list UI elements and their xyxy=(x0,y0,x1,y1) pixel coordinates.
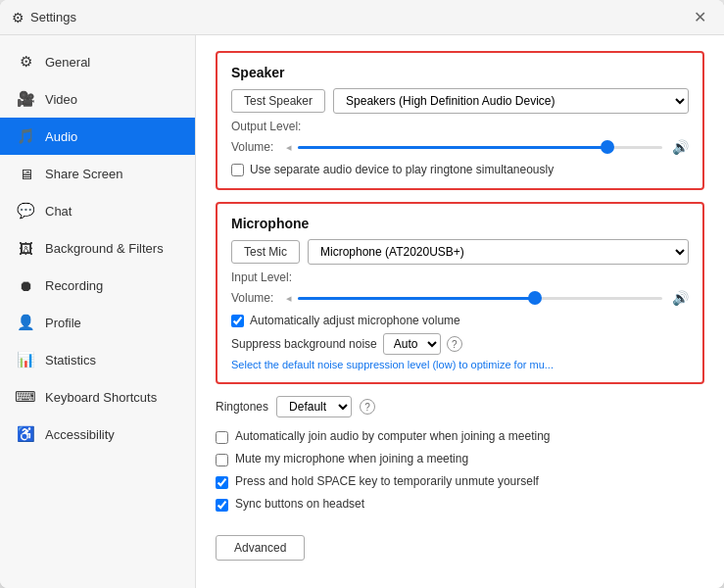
auto-adjust-checkbox[interactable] xyxy=(231,315,244,327)
microphone-section: Microphone Test Mic Microphone (AT2020US… xyxy=(216,202,704,384)
ringtone-row: Ringtones Default ? xyxy=(216,396,704,417)
mic-title: Microphone xyxy=(231,216,689,231)
speaker-volume-label: Volume: xyxy=(231,140,280,154)
sidebar-item-share-screen[interactable]: 🖥 Share Screen xyxy=(0,155,195,192)
output-level-label: Output Level: xyxy=(231,120,301,133)
mic-volume-row: Volume: ◂ 🔊 xyxy=(231,290,689,306)
suppress-label: Suppress background noise xyxy=(231,337,377,351)
sidebar-item-audio[interactable]: 🎵 Audio xyxy=(0,118,195,155)
sidebar-item-general[interactable]: ⚙ General xyxy=(0,43,195,80)
sidebar-label-background: Background & Filters xyxy=(45,241,164,256)
separate-audio-row: Use separate audio device to play ringto… xyxy=(231,163,689,176)
advanced-button[interactable]: Advanced xyxy=(216,535,305,561)
option-auto-join: Automatically join audio by computer whe… xyxy=(216,429,704,444)
mic-device-row: Test Mic Microphone (AT2020USB+) xyxy=(231,239,689,265)
auto-adjust-row: Automatically adjust microphone volume xyxy=(231,314,689,327)
mute-join-label: Mute my microphone when joining a meetin… xyxy=(235,452,468,466)
recording-icon: ⏺ xyxy=(16,275,35,295)
accessibility-icon: ♿ xyxy=(16,424,35,444)
speaker-device-select[interactable]: Speakers (High Definition Audio Device) xyxy=(333,88,689,114)
main-panel: Speaker Test Speaker Speakers (High Defi… xyxy=(196,35,724,588)
separate-audio-checkbox[interactable] xyxy=(231,164,244,176)
suppress-help-icon[interactable]: ? xyxy=(447,336,462,352)
mic-slider-thumb[interactable] xyxy=(528,291,542,305)
output-level-row: Output Level: xyxy=(231,120,689,133)
speaker-device-row: Test Speaker Speakers (High Definition A… xyxy=(231,88,689,114)
sidebar-label-recording: Recording xyxy=(45,278,103,293)
option-press-space: Press and hold SPACE key to temporarily … xyxy=(216,474,704,489)
mic-volume-slider[interactable] xyxy=(298,290,662,306)
ringtone-help-icon[interactable]: ? xyxy=(360,399,375,415)
share-screen-icon: 🖥 xyxy=(16,164,35,183)
speaker-title: Speaker xyxy=(231,65,689,80)
mic-slider-fill xyxy=(298,297,535,300)
ringtone-select[interactable]: Default xyxy=(276,396,352,417)
sidebar-label-profile: Profile xyxy=(45,316,81,330)
sidebar-label-accessibility: Accessibility xyxy=(45,427,115,442)
sidebar-label-share: Share Screen xyxy=(45,167,123,181)
mic-volume-high-icon: 🔊 xyxy=(672,290,689,306)
sidebar-item-profile[interactable]: 👤 Profile xyxy=(0,304,195,341)
auto-join-checkbox[interactable] xyxy=(216,431,228,444)
hint-text: Select the default noise suppression lev… xyxy=(231,359,689,370)
general-icon: ⚙ xyxy=(16,52,35,72)
chat-icon: 💬 xyxy=(16,201,35,220)
speaker-volume-slider[interactable] xyxy=(298,139,662,155)
keyboard-icon: ⌨ xyxy=(16,387,35,407)
sidebar-item-statistics[interactable]: 📊 Statistics xyxy=(0,341,195,378)
option-sync-buttons: Sync buttons on headset xyxy=(216,497,704,512)
sidebar-label-keyboard: Keyboard Shortcuts xyxy=(45,390,157,405)
auto-join-label: Automatically join audio by computer whe… xyxy=(235,429,551,443)
sidebar-item-keyboard[interactable]: ⌨ Keyboard Shortcuts xyxy=(0,378,195,416)
sidebar-item-recording[interactable]: ⏺ Recording xyxy=(0,267,195,304)
video-icon: 🎥 xyxy=(16,89,35,109)
sync-buttons-checkbox[interactable] xyxy=(216,499,228,512)
sidebar-label-statistics: Statistics xyxy=(45,353,96,368)
sidebar-item-chat[interactable]: 💬 Chat xyxy=(0,192,195,229)
press-space-checkbox[interactable] xyxy=(216,476,228,489)
auto-adjust-label: Automatically adjust microphone volume xyxy=(250,314,460,327)
sidebar-label-general: General xyxy=(45,55,90,70)
speaker-section: Speaker Test Speaker Speakers (High Defi… xyxy=(216,51,704,190)
content-area: ⚙ General 🎥 Video 🎵 Audio 🖥 Share Screen… xyxy=(0,35,724,588)
statistics-icon: 📊 xyxy=(16,350,35,369)
sync-buttons-label: Sync buttons on headset xyxy=(235,497,364,511)
speaker-volume-row: Volume: ◂ 🔊 xyxy=(231,139,689,155)
test-speaker-button[interactable]: Test Speaker xyxy=(231,89,325,113)
mic-slider-track xyxy=(298,297,662,300)
background-icon: 🖼 xyxy=(16,238,35,258)
audio-icon: 🎵 xyxy=(16,126,35,146)
options-section: Automatically join audio by computer whe… xyxy=(216,429,704,512)
settings-icon: ⚙ xyxy=(12,10,24,25)
sidebar: ⚙ General 🎥 Video 🎵 Audio 🖥 Share Screen… xyxy=(0,35,196,588)
mic-volume-low-icon: ◂ xyxy=(286,292,292,305)
speaker-volume-high-icon: 🔊 xyxy=(672,139,689,155)
speaker-slider-thumb[interactable] xyxy=(601,140,614,154)
sidebar-item-background[interactable]: 🖼 Background & Filters xyxy=(0,229,195,267)
sidebar-item-accessibility[interactable]: ♿ Accessibility xyxy=(0,416,195,453)
sidebar-item-video[interactable]: 🎥 Video xyxy=(0,80,195,118)
ringtone-label: Ringtones xyxy=(216,400,268,414)
sidebar-label-chat: Chat xyxy=(45,204,72,219)
mic-device-select[interactable]: Microphone (AT2020USB+) xyxy=(308,239,689,265)
window-title: Settings xyxy=(30,10,76,24)
profile-icon: 👤 xyxy=(16,313,35,332)
speaker-volume-low-icon: ◂ xyxy=(286,141,292,154)
input-level-label: Input Level: xyxy=(231,270,292,284)
test-mic-button[interactable]: Test Mic xyxy=(231,240,300,264)
speaker-slider-track xyxy=(298,146,662,149)
title-bar: ⚙ Settings ✕ xyxy=(0,0,724,35)
separate-audio-label: Use separate audio device to play ringto… xyxy=(250,163,554,176)
input-level-row: Input Level: xyxy=(231,270,689,284)
speaker-slider-fill xyxy=(298,146,607,149)
mic-volume-label: Volume: xyxy=(231,291,280,305)
suppress-row: Suppress background noise Auto ? xyxy=(231,333,689,355)
press-space-label: Press and hold SPACE key to temporarily … xyxy=(235,474,539,488)
sidebar-label-video: Video xyxy=(45,92,77,107)
suppress-select[interactable]: Auto xyxy=(383,333,441,355)
close-button[interactable]: ✕ xyxy=(688,6,712,28)
sidebar-label-audio: Audio xyxy=(45,129,77,144)
option-mute-join: Mute my microphone when joining a meetin… xyxy=(216,452,704,466)
mute-join-checkbox[interactable] xyxy=(216,454,228,466)
